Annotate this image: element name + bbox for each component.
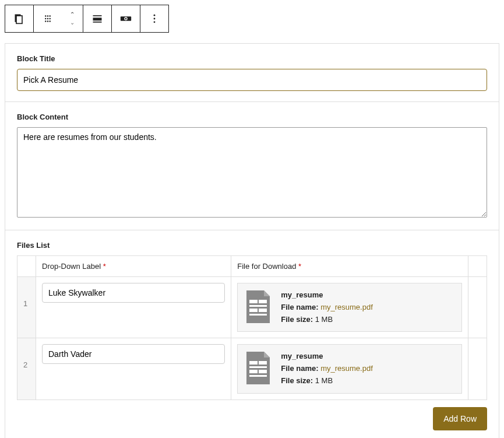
document-icon — [244, 289, 273, 324]
block-title-input[interactable] — [17, 69, 487, 91]
row-number[interactable]: 1 — [17, 277, 36, 338]
block-mover: ⌃ ⌄ — [62, 5, 83, 32]
svg-rect-20 — [249, 300, 258, 303]
svg-rect-30 — [259, 370, 267, 373]
more-vertical-icon — [149, 13, 160, 24]
file-card[interactable]: my_resumeFile name: my_resume.pdfFile si… — [237, 283, 462, 332]
dropdown-label-cell — [36, 277, 231, 338]
required-indicator: * — [103, 262, 106, 271]
svg-point-5 — [45, 18, 46, 19]
col-action-header — [468, 256, 487, 277]
table-row: 2my_resumeFile name: my_resume.pdfFile s… — [17, 338, 487, 400]
drag-handle-button[interactable] — [34, 5, 62, 32]
block-content-label: Block Content — [17, 113, 487, 121]
file-title: my_resume — [281, 351, 373, 363]
file-size-value: 1 MB — [315, 315, 333, 324]
svg-point-10 — [50, 20, 51, 22]
block-editor-panel: Block Title Block Content Files List Dro… — [5, 43, 499, 438]
file-meta: my_resumeFile name: my_resume.pdfFile si… — [281, 289, 373, 325]
file-name-link[interactable]: my_resume.pdf — [320, 303, 373, 311]
file-title: my_resume — [281, 289, 373, 302]
dropdown-label-cell — [36, 338, 231, 400]
svg-rect-23 — [249, 309, 258, 312]
svg-point-18 — [154, 18, 156, 20]
svg-point-8 — [45, 20, 46, 22]
col-file-header: File for Download * — [231, 256, 468, 277]
block-type-button[interactable] — [5, 5, 33, 32]
svg-rect-11 — [93, 15, 102, 16]
block-content-textarea[interactable] — [17, 127, 487, 218]
svg-rect-27 — [259, 361, 267, 365]
svg-rect-28 — [249, 366, 267, 368]
align-icon — [91, 13, 103, 24]
svg-point-9 — [47, 20, 48, 22]
more-options-button[interactable] — [140, 5, 168, 32]
files-list-label: Files List — [17, 241, 487, 250]
file-name-link[interactable]: my_resume.pdf — [320, 364, 373, 373]
col-num-header — [17, 256, 36, 277]
svg-rect-31 — [249, 375, 267, 377]
svg-rect-13 — [93, 22, 102, 23]
svg-rect-1 — [16, 16, 22, 23]
svg-rect-21 — [259, 300, 267, 303]
required-indicator: * — [298, 262, 301, 271]
svg-point-19 — [154, 21, 156, 23]
svg-rect-12 — [93, 17, 102, 20]
row-number[interactable]: 2 — [17, 338, 36, 400]
eye-icon — [119, 12, 132, 25]
file-cell: my_resumeFile name: my_resume.pdfFile si… — [231, 338, 468, 400]
svg-rect-24 — [259, 309, 267, 312]
visibility-button[interactable] — [112, 5, 140, 32]
col-dropdown-header: Drop-Down Label * — [36, 256, 231, 277]
file-cell: my_resumeFile name: my_resume.pdfFile si… — [231, 277, 468, 338]
move-down-button[interactable]: ⌄ — [70, 20, 75, 26]
svg-rect-22 — [249, 305, 267, 307]
table-row: 1my_resumeFile name: my_resume.pdfFile s… — [17, 277, 487, 338]
row-action-cell[interactable] — [468, 338, 487, 400]
svg-point-7 — [50, 18, 51, 19]
block-toolbar: ⌃ ⌄ — [5, 5, 169, 33]
svg-point-3 — [47, 15, 48, 16]
file-size-label: File size: — [281, 376, 313, 385]
file-name-label: File name: — [281, 364, 318, 373]
block-title-section: Block Title — [5, 44, 499, 102]
svg-point-16 — [125, 18, 127, 20]
move-up-button[interactable]: ⌃ — [70, 12, 75, 17]
svg-point-17 — [154, 15, 156, 16]
block-title-label: Block Title — [17, 54, 487, 63]
block-type-icon — [13, 13, 25, 24]
svg-rect-26 — [249, 361, 258, 365]
file-card[interactable]: my_resumeFile name: my_resume.pdfFile si… — [237, 344, 462, 393]
add-row-button[interactable]: Add Row — [433, 407, 487, 430]
block-content-section: Block Content — [5, 102, 499, 230]
file-size-label: File size: — [281, 315, 313, 324]
svg-rect-25 — [249, 314, 267, 316]
drag-icon — [43, 13, 53, 24]
svg-rect-29 — [249, 370, 258, 373]
files-table: Drop-Down Label * File for Download * 1m… — [17, 255, 487, 400]
svg-point-2 — [45, 15, 46, 16]
svg-point-4 — [50, 15, 51, 16]
row-action-cell[interactable] — [468, 277, 487, 338]
file-meta: my_resumeFile name: my_resume.pdfFile si… — [281, 351, 373, 387]
svg-point-6 — [47, 18, 48, 19]
document-icon — [244, 351, 273, 386]
files-list-section: Files List Drop-Down Label * File for Do… — [5, 230, 499, 438]
dropdown-label-input[interactable] — [42, 344, 225, 364]
dropdown-label-input[interactable] — [42, 283, 225, 303]
file-name-label: File name: — [281, 303, 318, 311]
file-size-value: 1 MB — [315, 376, 333, 385]
align-button[interactable] — [83, 5, 111, 32]
